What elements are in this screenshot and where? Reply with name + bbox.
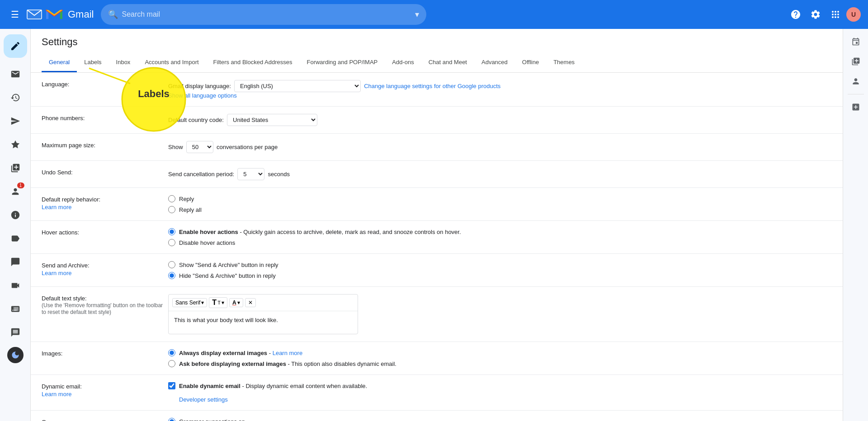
- page-size-label: Maximum page size:: [42, 141, 168, 149]
- reply-all-radio[interactable]: [168, 206, 175, 213]
- page-size-select[interactable]: 10 15 20 25 50 100: [186, 141, 213, 153]
- apps-button[interactable]: [826, 5, 844, 23]
- sidebar-item-recent[interactable]: [4, 87, 27, 108]
- sidebar-item-sent[interactable]: [4, 110, 27, 132]
- tab-inbox[interactable]: Inbox: [109, 53, 138, 72]
- font-size-button[interactable]: TT ▾: [209, 297, 227, 308]
- phone-value: Default country code: United States Unit…: [168, 114, 832, 126]
- tab-advanced[interactable]: Advanced: [474, 53, 515, 72]
- cancellation-select[interactable]: 5 10 20 30: [237, 168, 264, 180]
- send-archive-label: Send and Archive: Learn more: [42, 261, 168, 276]
- sidebar-item-spaces[interactable]: [4, 322, 27, 343]
- tab-addons[interactable]: Add-ons: [385, 53, 421, 72]
- font-color-dropdown-icon: ▾: [237, 299, 240, 306]
- settings-header: Settings General Labels Inbox Accounts a…: [31, 29, 843, 73]
- font-color-icon: A: [232, 299, 236, 306]
- send-archive-group: Show "Send & Archive" button in reply Hi…: [168, 261, 832, 279]
- font-dropdown-icon: ▾: [201, 299, 204, 306]
- ask-before-images-option[interactable]: Ask before displaying external images - …: [168, 360, 832, 367]
- sidebar-item-labels[interactable]: [4, 228, 27, 249]
- font-size-small-icon: T: [217, 300, 221, 305]
- tab-forwarding[interactable]: Forwarding and POP/IMAP: [299, 53, 385, 72]
- search-dropdown-icon[interactable]: ▾: [415, 9, 419, 19]
- tasks-icon-button[interactable]: [847, 52, 865, 70]
- language-display-label: Gmail display language:: [168, 83, 231, 89]
- tab-themes[interactable]: Themes: [546, 53, 582, 72]
- text-style-value: Sans Serif ▾ TT ▾ A ▾: [168, 294, 832, 334]
- language-label: Language:: [42, 80, 168, 88]
- hide-send-archive-option[interactable]: Hide "Send & Archive" button in reply: [168, 272, 832, 279]
- compose-button[interactable]: [4, 34, 27, 58]
- language-select[interactable]: English (US) English (UK) Spanish French…: [234, 80, 361, 92]
- undo-send-label: Undo Send:: [42, 168, 168, 176]
- settings-button[interactable]: [807, 5, 825, 23]
- dynamic-email-checkbox[interactable]: [168, 382, 175, 389]
- tab-offline[interactable]: Offline: [515, 53, 546, 72]
- images-value: Always display external images - Learn m…: [168, 349, 832, 367]
- images-label: Images:: [42, 349, 168, 357]
- phone-display-label: Default country code:: [168, 117, 224, 123]
- disable-hover-option[interactable]: Disable hover actions: [168, 239, 832, 246]
- enable-hover-radio[interactable]: [168, 228, 175, 235]
- show-send-archive-option[interactable]: Show "Send & Archive" button in reply: [168, 261, 832, 268]
- enable-hover-option[interactable]: Enable hover actions - Quickly gain acce…: [168, 228, 832, 235]
- sidebar-item-keyboard[interactable]: [4, 298, 27, 320]
- ask-before-images-radio[interactable]: [168, 360, 175, 367]
- dynamic-email-learn-more[interactable]: Learn more: [42, 391, 168, 398]
- reply-all-option[interactable]: Reply all: [168, 206, 832, 213]
- show-all-languages-link[interactable]: Show all language options: [168, 92, 237, 99]
- sidebar-item-dark[interactable]: [7, 347, 24, 363]
- hover-actions-row: Hover actions: Enable hover actions - Qu…: [31, 221, 843, 254]
- calendar-icon-button[interactable]: [847, 33, 865, 51]
- phone-label: Phone numbers:: [42, 114, 168, 122]
- sidebar-item-info[interactable]: [4, 204, 27, 226]
- country-select[interactable]: United States United Kingdom Canada: [227, 114, 317, 126]
- sidebar-item-starred[interactable]: [4, 134, 27, 155]
- font-name-label: Sans Serif: [175, 299, 200, 306]
- default-reply-learn-more[interactable]: Learn more: [42, 204, 168, 210]
- sidebar-item-chat[interactable]: [4, 251, 27, 273]
- change-language-link[interactable]: Change language settings for other Googl…: [364, 83, 500, 89]
- topbar-actions: U: [787, 5, 861, 23]
- sidebar-item-tasks[interactable]: [4, 157, 27, 179]
- grammar-label: Grammar:: [42, 418, 168, 421]
- hide-send-archive-radio[interactable]: [168, 272, 175, 279]
- tab-general[interactable]: General: [42, 53, 77, 72]
- reply-radio[interactable]: [168, 195, 175, 202]
- default-reply-value: Reply Reply all: [168, 195, 832, 213]
- tab-labels[interactable]: Labels: [77, 53, 108, 72]
- show-send-archive-label: Show "Send & Archive" button in reply: [179, 262, 278, 268]
- tab-chat[interactable]: Chat and Meet: [421, 53, 474, 72]
- remove-formatting-button[interactable]: ✕: [245, 298, 256, 307]
- add-addon-button[interactable]: [847, 98, 865, 116]
- images-learn-more-link[interactable]: Learn more: [273, 350, 302, 356]
- developer-settings-link[interactable]: Developer settings: [179, 396, 228, 403]
- menu-icon[interactable]: ☰: [7, 5, 23, 23]
- phone-row: Phone numbers: Default country code: Uni…: [31, 107, 843, 134]
- send-archive-learn-more[interactable]: Learn more: [42, 270, 168, 276]
- sidebar-item-mail[interactable]: [4, 63, 27, 85]
- language-row: Language: Gmail display language: Englis…: [31, 73, 843, 107]
- reply-option[interactable]: Reply: [168, 195, 832, 202]
- font-family-button[interactable]: Sans Serif ▾: [172, 298, 207, 307]
- grammar-suggestions-on-option[interactable]: Grammar suggestions on: [168, 418, 832, 421]
- always-display-images-radio[interactable]: [168, 349, 175, 356]
- undo-send-row: Undo Send: Send cancellation period: 5 1…: [31, 161, 843, 188]
- sidebar-item-meet[interactable]: [4, 275, 27, 296]
- show-send-archive-radio[interactable]: [168, 261, 175, 268]
- contacts-icon-button[interactable]: [847, 72, 865, 90]
- user-avatar[interactable]: U: [846, 7, 861, 22]
- always-display-images-option[interactable]: Always display external images - Learn m…: [168, 349, 832, 356]
- text-style-label: Default text style: (Use the 'Remove for…: [42, 294, 168, 315]
- text-editor-toolbar: Sans Serif ▾ TT ▾ A ▾: [169, 295, 358, 311]
- help-button[interactable]: [787, 5, 805, 23]
- search-input[interactable]: [122, 10, 411, 19]
- enable-dynamic-email-option[interactable]: Enable dynamic email - Display dynamic e…: [168, 382, 832, 389]
- tab-filters[interactable]: Filters and Blocked Addresses: [206, 53, 300, 72]
- font-color-button[interactable]: A ▾: [229, 298, 243, 307]
- grammar-radio[interactable]: [168, 418, 175, 421]
- tab-accounts[interactable]: Accounts and Import: [137, 53, 206, 72]
- disable-hover-radio[interactable]: [168, 239, 175, 246]
- sidebar-item-contacts[interactable]: 1: [4, 181, 27, 202]
- page-size-prefix: Show: [168, 144, 183, 150]
